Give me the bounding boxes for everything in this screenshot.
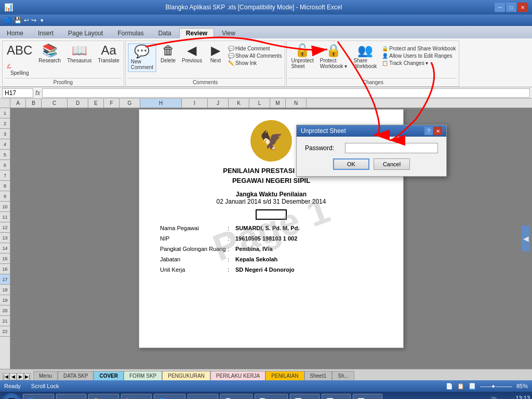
- fx-label: fx: [35, 89, 40, 97]
- taskbar-item-ch[interactable]: 🌐 Blo...: [154, 394, 185, 399]
- col-m[interactable]: M: [270, 99, 286, 108]
- dialog-help-button[interactable]: ?: [424, 127, 433, 135]
- tab-data[interactable]: Data: [151, 28, 178, 38]
- tab-home[interactable]: Home: [0, 28, 30, 38]
- sheet-nav-first[interactable]: |◀: [2, 373, 9, 380]
- thesaurus-button[interactable]: 📖 Thesaurus: [65, 43, 94, 64]
- taskbar-item-au[interactable]: 🎵 Au...: [188, 394, 218, 399]
- sheet-tab-menu[interactable]: Menu: [33, 371, 58, 380]
- sheet-nav-prev[interactable]: ◀: [9, 373, 17, 380]
- view-normal-icon[interactable]: 📄: [446, 383, 453, 390]
- ok-button[interactable]: OK: [333, 158, 369, 170]
- col-a[interactable]: A: [10, 99, 26, 108]
- col-g[interactable]: G: [119, 99, 140, 108]
- sheet-tab-cover[interactable]: COVER: [94, 371, 124, 380]
- col-l[interactable]: L: [249, 99, 270, 108]
- sheet-tab-pengukuran[interactable]: PENGUKURAN: [162, 371, 210, 380]
- track-changes-button[interactable]: 📋 Track Changes ▾: [381, 60, 457, 66]
- taskbar-item-wi[interactable]: 📁 Wi...: [56, 394, 86, 399]
- view-page-break-icon[interactable]: 📃: [469, 383, 476, 390]
- show-ink-button[interactable]: ✏️ Show Ink: [227, 60, 283, 66]
- research-button[interactable]: 📚 Research: [36, 43, 63, 64]
- taskbar-item-ne[interactable]: ✏️ Ne...: [121, 394, 152, 399]
- protect-share-button[interactable]: 🔒 Protect and Share Workbook: [381, 45, 457, 52]
- sheet-nav-next[interactable]: ▶: [17, 373, 24, 380]
- row-header-12: 12: [0, 222, 10, 233]
- unprotect-sheet-button[interactable]: 🔓 UnprotectSheet: [289, 43, 315, 70]
- maximize-button[interactable]: □: [506, 3, 516, 12]
- cancel-button[interactable]: Cancel: [374, 158, 410, 170]
- view-layout-icon[interactable]: 📋: [457, 383, 464, 390]
- row-header-16: 16: [0, 264, 10, 274]
- save-icon[interactable]: 💾: [14, 17, 22, 24]
- speaker-icon[interactable]: 🔊: [487, 396, 498, 400]
- taskbar-item-mi1[interactable]: 📊 Mi...: [290, 394, 320, 399]
- password-input[interactable]: [345, 143, 438, 153]
- zoom-slider[interactable]: ——●———: [480, 383, 512, 389]
- track-changes-icon: 📋: [382, 60, 388, 66]
- taskbar-item-mi2[interactable]: 📊 Mi...: [322, 394, 351, 399]
- redo-icon[interactable]: ↪: [31, 17, 36, 24]
- col-i[interactable]: I: [182, 99, 208, 108]
- previous-comment-button[interactable]: ◀ Previous: [180, 43, 204, 64]
- col-h[interactable]: H: [140, 99, 182, 108]
- col-k[interactable]: K: [229, 99, 249, 108]
- cell-reference-box[interactable]: [2, 88, 33, 98]
- sheet-tab-data-skp[interactable]: DATA SKP: [58, 371, 94, 380]
- period-dates: 02 Januari 2014 s/d 31 Desember 2014: [160, 198, 382, 205]
- col-f[interactable]: F: [104, 99, 119, 108]
- translate-button[interactable]: Aa Translate: [96, 43, 121, 64]
- zoom-level: 85%: [516, 383, 528, 389]
- show-all-icon: 💬: [228, 53, 234, 59]
- col-b[interactable]: B: [26, 99, 42, 108]
- row-header-15: 15: [0, 254, 10, 264]
- new-comment-button[interactable]: 💬 NewComment: [128, 43, 156, 72]
- protect-workbook-button[interactable]: 🔒 ProtectWorkbook ▾: [318, 43, 350, 70]
- tab-insert[interactable]: Insert: [31, 28, 60, 38]
- allow-users-button[interactable]: 👤 Allow Users to Edit Ranges: [381, 52, 457, 59]
- delete-comment-button[interactable]: 🗑 Delete: [158, 43, 178, 64]
- col-n[interactable]: N: [286, 99, 307, 108]
- taskbar-item-xxx[interactable]: 📄 xxx...: [220, 394, 252, 399]
- taskbar-item-me[interactable]: 🌐 Me...: [23, 394, 54, 399]
- sheet-tab-perilaku-kerja[interactable]: PERILAKU KERJA: [210, 371, 265, 380]
- show-all-comments-button[interactable]: 💬 Show All Comments: [227, 52, 283, 59]
- sheet-nav-last[interactable]: ▶|: [24, 373, 31, 380]
- col-e[interactable]: E: [88, 99, 104, 108]
- office-icon[interactable]: 🔵: [4, 17, 12, 24]
- taskbar-right: 🔊 13:13 18-11-2014: [487, 395, 530, 399]
- taskbar-item-mi3[interactable]: 📊 Mi...: [353, 394, 382, 399]
- sheet-tab-sheet1[interactable]: Sheet1: [304, 371, 332, 380]
- minimize-button[interactable]: ─: [495, 3, 505, 12]
- formula-input[interactable]: [42, 88, 530, 98]
- tab-formulas[interactable]: Formulas: [111, 28, 150, 38]
- col-c[interactable]: C: [42, 99, 68, 108]
- nav-arrow-right[interactable]: ◀: [522, 225, 530, 251]
- sheet-tab-penilaian[interactable]: PENILAIAN: [265, 371, 304, 380]
- sheet-tab-sh[interactable]: Sh...: [332, 371, 354, 380]
- row-header-17: 17: [0, 274, 10, 285]
- taskbar-item-ph[interactable]: 🎨 Ph...: [88, 394, 119, 399]
- row-header-10: 10: [0, 202, 10, 212]
- sheet-content[interactable]: 🦅 PENILAIAN PRESTASI KERJA PEGAWAI NEGER…: [10, 108, 532, 369]
- next-comment-button[interactable]: ▶ Next: [206, 43, 225, 64]
- sheet-tab-form-skp[interactable]: FORM SKP: [124, 371, 162, 380]
- start-button[interactable]: ⊞: [2, 393, 21, 399]
- period-title: Jangka Waktu Penilaian 02 Januari 2014 s…: [160, 191, 382, 205]
- tab-page-layout[interactable]: Page Layout: [61, 28, 110, 38]
- row-header-3: 3: [0, 129, 10, 139]
- share-workbook-button[interactable]: 👥 ShareWorkbook: [351, 43, 379, 70]
- page-title-2: PEGAWAI NEGERI SIPIL: [160, 177, 382, 184]
- col-d[interactable]: D: [68, 99, 88, 108]
- taskbar-item-draf[interactable]: 📝 draf...: [255, 394, 288, 399]
- title-bar: 📊 Blangko Aplikasi SKP .xls [Compatibili…: [0, 0, 532, 15]
- cell-h17-highlight[interactable]: [256, 209, 287, 220]
- tab-view[interactable]: View: [215, 28, 242, 38]
- tab-review[interactable]: Review: [179, 28, 214, 38]
- spelling-button[interactable]: ABC✓ Spelling: [5, 43, 34, 77]
- col-j[interactable]: J: [208, 99, 229, 108]
- hide-comment-button[interactable]: 💬 Hide Comment: [227, 45, 283, 52]
- close-button[interactable]: ✕: [517, 3, 528, 12]
- undo-icon[interactable]: ↩: [24, 17, 29, 24]
- dialog-close-button[interactable]: ✕: [434, 127, 442, 135]
